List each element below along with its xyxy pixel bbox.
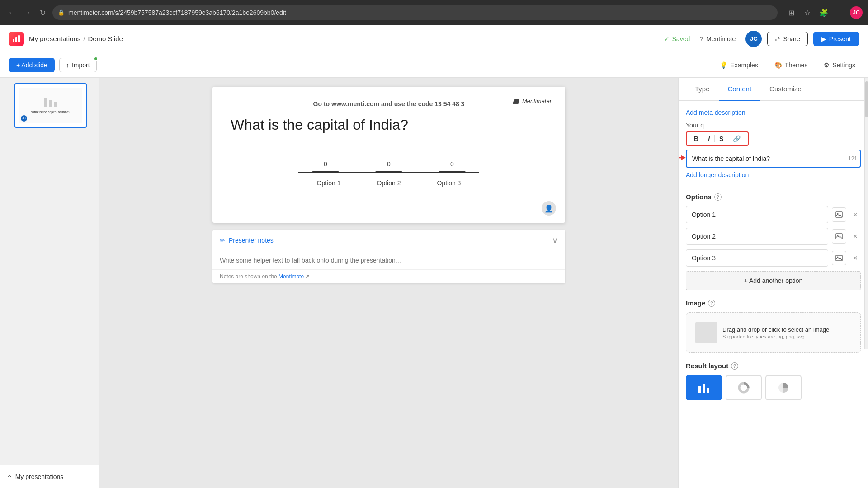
share-button[interactable]: ⇄ Share	[767, 32, 807, 46]
url-text: mentimeter.com/s/2459b757587a23ccf718795…	[68, 9, 286, 16]
forward-button[interactable]: →	[21, 6, 33, 19]
bookmark-button[interactable]: ☆	[801, 6, 814, 19]
user-avatar[interactable]: JC	[745, 31, 762, 47]
option-delete-button-1[interactable]: ×	[850, 209, 861, 220]
chevron-down-icon: ∨	[552, 235, 558, 245]
question-circle-icon: ?	[700, 35, 703, 42]
app-logo	[9, 32, 24, 46]
extensions-button[interactable]: ⊞	[785, 6, 797, 19]
slide-thumb-avatar: JC	[21, 115, 27, 122]
svg-rect-9	[836, 255, 842, 261]
link-button[interactable]: 🔗	[729, 134, 744, 143]
options-help-icon[interactable]: ?	[714, 193, 722, 201]
image-upload-info: Drag and drop or click to select an imag…	[722, 326, 829, 339]
chart-value-2: 0	[387, 160, 391, 168]
option-row-3: ×	[686, 249, 861, 267]
strikethrough-button[interactable]: S	[716, 134, 727, 143]
option-row-1: ×	[686, 206, 861, 223]
my-presentations-bar[interactable]: ⌂ My presentations	[0, 465, 99, 488]
bold-button[interactable]: B	[690, 134, 702, 143]
svg-rect-7	[836, 234, 842, 239]
scrollbar-thumb[interactable]	[865, 81, 868, 117]
svg-rect-1	[15, 37, 17, 42]
slide-code-prefix: Go to www.menti.com and use the code	[313, 100, 433, 108]
right-panel-scrollbar[interactable]	[864, 78, 868, 349]
refresh-button[interactable]: ↻	[36, 6, 49, 19]
tab-type[interactable]: Type	[686, 78, 719, 101]
examples-label: Examples	[730, 61, 758, 69]
option-delete-button-3[interactable]: ×	[850, 253, 861, 263]
image-placeholder	[695, 322, 717, 343]
address-bar[interactable]: 🔒 mentimeter.com/s/2459b757587a23ccf7187…	[52, 5, 778, 20]
thumb-bar-2	[49, 100, 52, 107]
question-input[interactable]	[686, 150, 861, 168]
breadcrumb-separator: /	[83, 35, 85, 42]
presenter-notes-header[interactable]: ✏ Presenter notes ∨	[212, 230, 565, 251]
breadcrumb-current-page: Demo Slide	[88, 35, 123, 42]
slide-thumb-chart	[44, 98, 57, 107]
option-input-2[interactable]	[686, 228, 828, 245]
checkmark-icon: ✓	[664, 35, 670, 42]
toolbar: + Add slide ↑ Import 💡 Examples 🎨 Themes…	[0, 52, 868, 78]
slide-thumbnail[interactable]: What is the capital of India? JC	[14, 83, 87, 128]
mentimote-link[interactable]: Mentimote	[278, 273, 304, 280]
option-input-1[interactable]	[686, 206, 828, 223]
image-upload-area[interactable]: Drag and drop or click to select an imag…	[686, 312, 861, 353]
add-meta-description-link[interactable]: Add meta description	[686, 109, 745, 116]
logo-area	[9, 32, 24, 46]
menu-button[interactable]: ⋮	[834, 6, 846, 19]
import-label: Import	[72, 61, 90, 69]
slide-person-icon: 👤	[542, 201, 556, 216]
add-option-button[interactable]: + Add another option	[686, 271, 861, 290]
options-section: Options ? ×	[686, 193, 861, 290]
import-button[interactable]: ↑ Import	[59, 58, 97, 72]
layout-pie-button[interactable]	[765, 375, 802, 400]
settings-button[interactable]: ⚙ Settings	[820, 59, 859, 71]
toolbar-divider-2	[714, 135, 715, 142]
main-area: ▶ 1 What is the capital of India? JC	[0, 78, 868, 488]
extensions-puzzle-button[interactable]: 🧩	[817, 6, 830, 19]
breadcrumb-home-link[interactable]: My presentations	[29, 35, 80, 42]
option-delete-button-2[interactable]: ×	[850, 231, 861, 242]
image-help-icon[interactable]: ?	[708, 300, 715, 307]
themes-button[interactable]: 🎨 Themes	[771, 59, 811, 71]
tab-customize[interactable]: Customize	[760, 78, 811, 101]
annotation-arrow	[678, 153, 686, 164]
slide-panel: ▶ 1 What is the capital of India? JC	[0, 78, 99, 488]
add-longer-description-link[interactable]: Add longer description	[686, 171, 749, 178]
lock-icon: 🔒	[58, 9, 65, 16]
option-image-button-3[interactable]	[832, 251, 846, 265]
svg-rect-11	[698, 386, 701, 393]
add-slide-button[interactable]: + Add slide	[9, 58, 55, 72]
notes-footer: Notes are shown on the Mentimote ↗	[212, 269, 565, 283]
svg-rect-12	[703, 384, 705, 393]
themes-label: Themes	[785, 61, 808, 69]
tab-content[interactable]: Content	[719, 78, 761, 101]
layout-bar-chart-button[interactable]	[686, 375, 722, 400]
option-image-button-1[interactable]	[832, 207, 846, 222]
mentimote-button[interactable]: ? Mentimote	[695, 33, 740, 45]
my-presentations-label: My presentations	[15, 473, 64, 480]
option-input-3[interactable]	[686, 249, 828, 267]
slide-code-value: 13 54 48 3	[434, 100, 464, 108]
chart-value-3: 0	[450, 160, 454, 168]
presenter-notes-input[interactable]	[212, 251, 565, 269]
present-button[interactable]: ▶ Present	[813, 32, 859, 46]
back-button[interactable]: ←	[5, 6, 18, 19]
layout-donut-button[interactable]	[726, 375, 762, 400]
external-link-icon: ↗	[305, 273, 310, 280]
home-icon: ⌂	[7, 473, 12, 481]
browser-profile-avatar[interactable]: JC	[850, 6, 863, 19]
right-panel: Type Content Customize Add meta descript…	[678, 78, 868, 488]
result-layout-help-icon[interactable]: ?	[731, 362, 738, 370]
saved-text: Saved	[672, 35, 690, 42]
your-question-label: Your q	[686, 122, 861, 129]
image-section: Image ? Drag and drop or click to select…	[686, 299, 861, 353]
chart-col-1: 0	[312, 160, 339, 172]
share-label: Share	[783, 35, 800, 42]
lightbulb-icon: 💡	[720, 61, 727, 69]
saved-indicator: ✓ Saved	[664, 35, 690, 42]
examples-button[interactable]: 💡 Examples	[716, 59, 761, 71]
option-image-button-2[interactable]	[832, 229, 846, 244]
italic-button[interactable]: I	[704, 134, 713, 143]
